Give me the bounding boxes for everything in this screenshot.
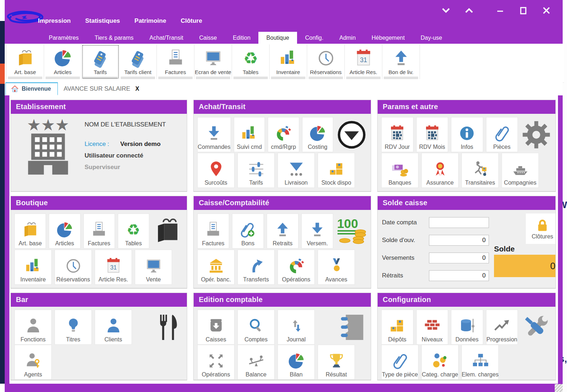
date-compta-input[interactable] <box>429 217 489 228</box>
tile-pi-ces[interactable]: Pièces <box>486 117 518 152</box>
ribbon-tab-config-[interactable]: Config. <box>297 32 331 44</box>
tile-transitaires[interactable]: Transitaires <box>461 153 499 188</box>
tile-transferts[interactable]: Transferts <box>237 250 275 285</box>
org-chart-icon <box>471 352 490 370</box>
tile-caisses[interactable]: Caisses <box>197 310 235 345</box>
ribbon-button-r-servations[interactable]: Réservations <box>307 44 345 79</box>
chevron-up-icon[interactable] <box>463 5 475 16</box>
tile-clients[interactable]: Clients <box>95 310 132 345</box>
tile-art-base[interactable]: Art. base <box>14 214 46 249</box>
tile-tables[interactable]: ♻Tables <box>118 214 149 249</box>
tile-bons[interactable]: Bons <box>232 214 264 249</box>
menu-item-cl-ture[interactable]: Clôture <box>179 16 205 26</box>
tile-balance[interactable]: Balance <box>237 345 275 380</box>
tile-inventaire[interactable]: Inventaire <box>14 250 52 285</box>
ribbon-button-factures[interactable]: Factures <box>157 44 194 79</box>
person-blue-icon <box>104 316 123 335</box>
resize-grip[interactable] <box>555 384 563 392</box>
tile-commandes[interactable]: Commandes <box>197 117 231 152</box>
ribbon-tab-day-use[interactable]: Day-use <box>413 32 450 44</box>
ribbon-tab-achat-transit[interactable]: Achat/Transit <box>142 32 192 44</box>
ribbon-button-tarifs[interactable]: Tarifs <box>82 44 119 79</box>
tile-rdv-mois[interactable]: RDV Mois <box>416 117 448 152</box>
calendar-31-icon: 31 <box>104 257 123 275</box>
tab-close-icon[interactable]: X <box>135 86 139 92</box>
tile-vente[interactable]: Vente <box>135 250 172 285</box>
circle-arrow-icon[interactable] <box>336 119 367 150</box>
solde-label: Solde <box>494 245 515 253</box>
ribbon-button-inventaire[interactable]: Inventaire <box>270 44 307 79</box>
tile-categ-charge[interactable]: Categ. charge <box>421 345 459 380</box>
ribbon-button-ecran-de-vente[interactable]: Ecran de vente <box>194 44 232 79</box>
chevron-down-icon[interactable] <box>440 5 452 16</box>
panel-boutique-title: Boutique <box>11 196 187 210</box>
tile-rdv-jour[interactable]: RDV Jour <box>381 117 413 152</box>
tile-fonctions[interactable]: Fonctions <box>14 310 52 345</box>
ribbon-tab-boutique[interactable]: Boutique <box>258 32 297 44</box>
tile-stock-dispo[interactable]: Stock dispo <box>318 153 355 188</box>
menu-item-statistiques[interactable]: Statistiques <box>83 16 122 26</box>
tile-titres[interactable]: Titres <box>55 310 92 345</box>
tile-costing[interactable]: Costing <box>302 117 333 152</box>
tile-suivi-cmd[interactable]: Suivi cmd <box>234 117 265 152</box>
tile-donn-es[interactable]: Données <box>451 310 483 345</box>
tile-livraison[interactable]: Livraison <box>278 153 315 188</box>
ribbon-button-article-res-[interactable]: 31Article Res. <box>345 44 382 79</box>
ribbon-tab-tiers-params[interactable]: Tiers & params <box>87 32 142 44</box>
clotures-button[interactable]: Clôtures <box>526 214 556 244</box>
panel-params-title: Params et autre <box>378 100 555 114</box>
tile-journal[interactable]: Journal <box>278 310 315 345</box>
shopping-bag-dark-icon <box>152 215 183 246</box>
tile-factures[interactable]: Factures <box>197 214 229 249</box>
ribbon-tab-admin[interactable]: Admin <box>331 32 364 44</box>
ribbon-button-articles[interactable]: Articles <box>44 44 82 79</box>
ribbon-tab-caisse[interactable]: Caisse <box>191 32 225 44</box>
tile-elem-charges[interactable]: Elem. charges <box>461 345 499 380</box>
tile-op-r-banc-[interactable]: Opér. banc. <box>197 250 235 285</box>
tab-avance-sur-salaire[interactable]: AVANCE SUR SALAIRE X <box>58 82 145 95</box>
solde-ouv-input[interactable] <box>429 235 489 246</box>
tile-article-res-[interactable]: 31Article Res. <box>95 250 132 285</box>
ribbon-tab-h-begement[interactable]: Hébegement <box>364 32 413 44</box>
tile-agents[interactable]: Agents <box>14 345 52 380</box>
tile-versem-[interactable]: Versem. <box>301 214 333 249</box>
tile-tarifs[interactable]: Tarifs <box>237 153 275 188</box>
close-button[interactable] <box>540 5 553 16</box>
minimize-button[interactable] <box>494 5 506 16</box>
menu-item-patrimoine[interactable]: Patrimoine <box>132 16 168 26</box>
tile-d-p-ts[interactable]: Dépôts <box>381 310 413 345</box>
ribbon-button-bon-de-liv-[interactable]: Bon de liv. <box>382 44 420 79</box>
ribbon-tab-edition[interactable]: Edition <box>225 32 258 44</box>
tile-articles[interactable]: Articles <box>49 214 80 249</box>
ribbon-button-tables[interactable]: ♻Tables <box>232 44 270 79</box>
tile-op-rations[interactable]: Opérations <box>197 345 235 380</box>
tile-factures[interactable]: Factures <box>83 214 115 249</box>
ribbon-tab-param-tres[interactable]: Paramètres <box>41 32 87 44</box>
tile-label: Banques <box>388 180 411 186</box>
versements-input[interactable] <box>429 253 489 263</box>
tile-r-servations[interactable]: Réservations <box>55 250 92 285</box>
tile-type-de-pi-ce[interactable]: Type de pièce <box>381 345 418 380</box>
ribbon-button-tarifs-client[interactable]: Tarifs client <box>119 44 157 79</box>
tile-niveaux[interactable]: Niveaux <box>416 310 448 345</box>
tile-cmd-rgrp[interactable]: cmd/Rgrp <box>268 117 299 152</box>
tile-infos[interactable]: Infos <box>451 117 483 152</box>
tile-surco-ts[interactable]: Surcoûts <box>197 153 235 188</box>
tile-compagnies[interactable]: Compagnies <box>502 153 539 188</box>
ribbon-button-label: Articles <box>54 69 72 75</box>
retraits-input[interactable] <box>429 270 489 281</box>
ribbon-button-art-base[interactable]: Art. base <box>6 44 44 79</box>
tile-op-rations[interactable]: Opérations <box>278 250 315 285</box>
tile-progression[interactable]: Progression <box>486 310 518 345</box>
tile-r-sultat[interactable]: Résultat <box>318 345 355 380</box>
tile-comptes[interactable]: Comptes <box>237 310 275 345</box>
tile-bilan[interactable]: Bilan <box>278 345 315 380</box>
tile-avances[interactable]: Avances <box>318 250 355 285</box>
tile-assurance[interactable]: Assurance <box>421 153 459 188</box>
colored-dots-icon <box>431 352 450 370</box>
tile-banques[interactable]: Banques <box>381 153 418 188</box>
menu-item-impression[interactable]: Impression <box>36 16 73 26</box>
maximize-button[interactable] <box>517 5 529 16</box>
tab-bienvenue[interactable]: Bienvenue <box>5 82 58 95</box>
tile-retraits[interactable]: Retraits <box>267 214 298 249</box>
